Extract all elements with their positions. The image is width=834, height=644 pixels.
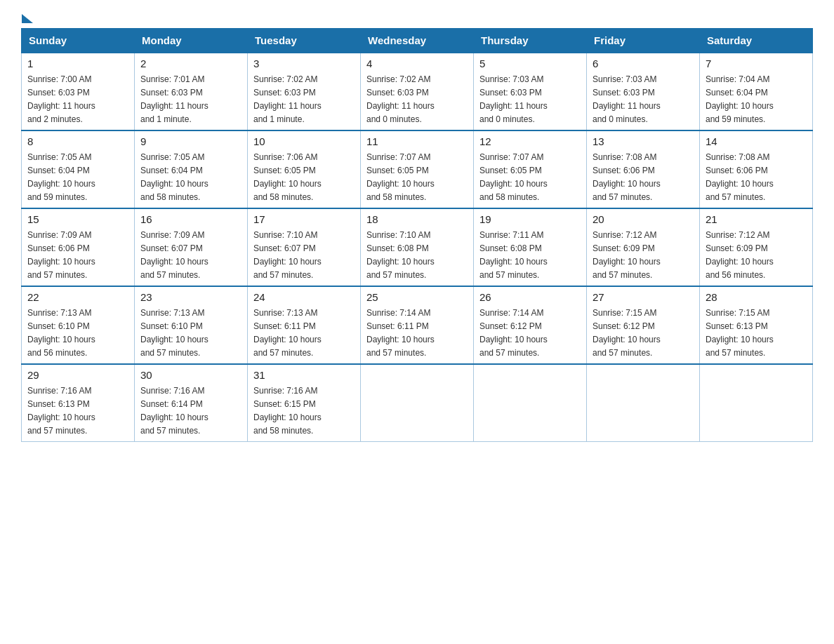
logo-triangle-icon [22, 14, 33, 23]
day-number: 18 [366, 213, 468, 225]
calendar-table: SundayMondayTuesdayWednesdayThursdayFrid… [21, 28, 813, 442]
calendar-cell: 15 Sunrise: 7:09 AMSunset: 6:06 PMDaylig… [22, 208, 135, 286]
day-info: Sunrise: 7:05 AMSunset: 6:04 PMDaylight:… [140, 152, 208, 202]
day-number: 11 [366, 135, 468, 147]
calendar-cell: 10 Sunrise: 7:06 AMSunset: 6:05 PMDaylig… [248, 130, 361, 208]
calendar-cell: 14 Sunrise: 7:08 AMSunset: 6:06 PMDaylig… [700, 130, 813, 208]
day-number: 21 [706, 213, 807, 225]
day-info: Sunrise: 7:10 AMSunset: 6:08 PMDaylight:… [366, 230, 435, 280]
day-number: 13 [593, 135, 694, 147]
calendar-week-row: 22 Sunrise: 7:13 AMSunset: 6:10 PMDaylig… [22, 286, 813, 364]
calendar-cell: 11 Sunrise: 7:07 AMSunset: 6:05 PMDaylig… [361, 130, 474, 208]
calendar-cell: 29 Sunrise: 7:16 AMSunset: 6:13 PMDaylig… [22, 364, 135, 442]
calendar-cell: 6 Sunrise: 7:03 AMSunset: 6:03 PMDayligh… [587, 53, 700, 130]
day-info: Sunrise: 7:14 AMSunset: 6:12 PMDaylight:… [479, 308, 548, 358]
day-number: 14 [706, 135, 807, 147]
calendar-cell: 24 Sunrise: 7:13 AMSunset: 6:11 PMDaylig… [248, 286, 361, 364]
day-number: 10 [253, 135, 355, 147]
day-number: 31 [253, 369, 355, 381]
day-number: 24 [253, 291, 355, 303]
day-number: 7 [706, 58, 807, 69]
calendar-cell: 16 Sunrise: 7:09 AMSunset: 6:07 PMDaylig… [135, 208, 248, 286]
day-number: 2 [140, 58, 241, 69]
day-number: 8 [27, 135, 128, 147]
calendar-cell: 13 Sunrise: 7:08 AMSunset: 6:06 PMDaylig… [587, 130, 700, 208]
calendar-cell [700, 364, 813, 442]
calendar-cell: 4 Sunrise: 7:02 AMSunset: 6:03 PMDayligh… [361, 53, 474, 130]
day-info: Sunrise: 7:12 AMSunset: 6:09 PMDaylight:… [593, 230, 661, 280]
day-number: 12 [479, 135, 581, 147]
day-number: 28 [706, 291, 807, 303]
calendar-cell [587, 364, 700, 442]
calendar-cell: 22 Sunrise: 7:13 AMSunset: 6:10 PMDaylig… [22, 286, 135, 364]
calendar-week-row: 1 Sunrise: 7:00 AMSunset: 6:03 PMDayligh… [22, 53, 813, 130]
calendar-cell: 17 Sunrise: 7:10 AMSunset: 6:07 PMDaylig… [248, 208, 361, 286]
day-info: Sunrise: 7:15 AMSunset: 6:12 PMDaylight:… [593, 308, 661, 358]
calendar-cell: 20 Sunrise: 7:12 AMSunset: 6:09 PMDaylig… [587, 208, 700, 286]
calendar-header-thursday: Thursday [474, 29, 587, 53]
day-info: Sunrise: 7:09 AMSunset: 6:06 PMDaylight:… [27, 230, 95, 280]
day-number: 16 [140, 213, 241, 225]
day-number: 26 [479, 291, 581, 303]
logo [21, 14, 33, 21]
day-number: 30 [140, 369, 241, 381]
calendar-header-saturday: Saturday [700, 29, 813, 53]
calendar-week-row: 8 Sunrise: 7:05 AMSunset: 6:04 PMDayligh… [22, 130, 813, 208]
calendar-cell: 26 Sunrise: 7:14 AMSunset: 6:12 PMDaylig… [474, 286, 587, 364]
calendar-cell: 3 Sunrise: 7:02 AMSunset: 6:03 PMDayligh… [248, 53, 361, 130]
calendar-header-tuesday: Tuesday [248, 29, 361, 53]
day-info: Sunrise: 7:03 AMSunset: 6:03 PMDaylight:… [593, 74, 661, 124]
calendar-cell: 8 Sunrise: 7:05 AMSunset: 6:04 PMDayligh… [22, 130, 135, 208]
calendar-cell: 1 Sunrise: 7:00 AMSunset: 6:03 PMDayligh… [22, 53, 135, 130]
calendar-cell: 7 Sunrise: 7:04 AMSunset: 6:04 PMDayligh… [700, 53, 813, 130]
calendar-cell: 27 Sunrise: 7:15 AMSunset: 6:12 PMDaylig… [587, 286, 700, 364]
calendar-cell: 21 Sunrise: 7:12 AMSunset: 6:09 PMDaylig… [700, 208, 813, 286]
day-info: Sunrise: 7:16 AMSunset: 6:14 PMDaylight:… [140, 386, 208, 436]
day-info: Sunrise: 7:14 AMSunset: 6:11 PMDaylight:… [366, 308, 435, 358]
calendar-cell: 2 Sunrise: 7:01 AMSunset: 6:03 PMDayligh… [135, 53, 248, 130]
day-info: Sunrise: 7:03 AMSunset: 6:03 PMDaylight:… [479, 74, 548, 124]
calendar-header-friday: Friday [587, 29, 700, 53]
day-info: Sunrise: 7:13 AMSunset: 6:11 PMDaylight:… [253, 308, 322, 358]
day-info: Sunrise: 7:13 AMSunset: 6:10 PMDaylight:… [140, 308, 208, 358]
calendar-header-sunday: Sunday [22, 29, 135, 53]
day-info: Sunrise: 7:12 AMSunset: 6:09 PMDaylight:… [706, 230, 774, 280]
day-number: 20 [593, 213, 694, 225]
day-info: Sunrise: 7:01 AMSunset: 6:03 PMDaylight:… [140, 74, 208, 124]
calendar-cell: 30 Sunrise: 7:16 AMSunset: 6:14 PMDaylig… [135, 364, 248, 442]
day-number: 22 [27, 291, 128, 303]
day-number: 15 [27, 213, 128, 225]
day-info: Sunrise: 7:04 AMSunset: 6:04 PMDaylight:… [706, 74, 774, 124]
calendar-header-monday: Monday [135, 29, 248, 53]
day-info: Sunrise: 7:11 AMSunset: 6:08 PMDaylight:… [479, 230, 548, 280]
day-number: 4 [366, 58, 468, 69]
calendar-week-row: 15 Sunrise: 7:09 AMSunset: 6:06 PMDaylig… [22, 208, 813, 286]
day-number: 1 [27, 58, 128, 69]
calendar-cell [361, 364, 474, 442]
day-number: 17 [253, 213, 355, 225]
calendar-cell: 31 Sunrise: 7:16 AMSunset: 6:15 PMDaylig… [248, 364, 361, 442]
day-number: 5 [479, 58, 581, 69]
day-number: 25 [366, 291, 468, 303]
day-number: 6 [593, 58, 694, 69]
day-number: 3 [253, 58, 355, 69]
calendar-cell [474, 364, 587, 442]
calendar-cell: 19 Sunrise: 7:11 AMSunset: 6:08 PMDaylig… [474, 208, 587, 286]
calendar-cell: 18 Sunrise: 7:10 AMSunset: 6:08 PMDaylig… [361, 208, 474, 286]
calendar-cell: 5 Sunrise: 7:03 AMSunset: 6:03 PMDayligh… [474, 53, 587, 130]
day-info: Sunrise: 7:07 AMSunset: 6:05 PMDaylight:… [479, 152, 548, 202]
page-header [21, 14, 813, 21]
calendar-week-row: 29 Sunrise: 7:16 AMSunset: 6:13 PMDaylig… [22, 364, 813, 442]
day-info: Sunrise: 7:00 AMSunset: 6:03 PMDaylight:… [27, 74, 95, 124]
day-number: 23 [140, 291, 241, 303]
calendar-cell: 28 Sunrise: 7:15 AMSunset: 6:13 PMDaylig… [700, 286, 813, 364]
day-info: Sunrise: 7:06 AMSunset: 6:05 PMDaylight:… [253, 152, 322, 202]
day-number: 9 [140, 135, 241, 147]
calendar-header-wednesday: Wednesday [361, 29, 474, 53]
day-info: Sunrise: 7:15 AMSunset: 6:13 PMDaylight:… [706, 308, 774, 358]
day-info: Sunrise: 7:07 AMSunset: 6:05 PMDaylight:… [366, 152, 435, 202]
day-info: Sunrise: 7:16 AMSunset: 6:15 PMDaylight:… [253, 386, 322, 436]
day-info: Sunrise: 7:16 AMSunset: 6:13 PMDaylight:… [27, 386, 95, 436]
day-info: Sunrise: 7:02 AMSunset: 6:03 PMDaylight:… [366, 74, 435, 124]
day-info: Sunrise: 7:09 AMSunset: 6:07 PMDaylight:… [140, 230, 208, 280]
